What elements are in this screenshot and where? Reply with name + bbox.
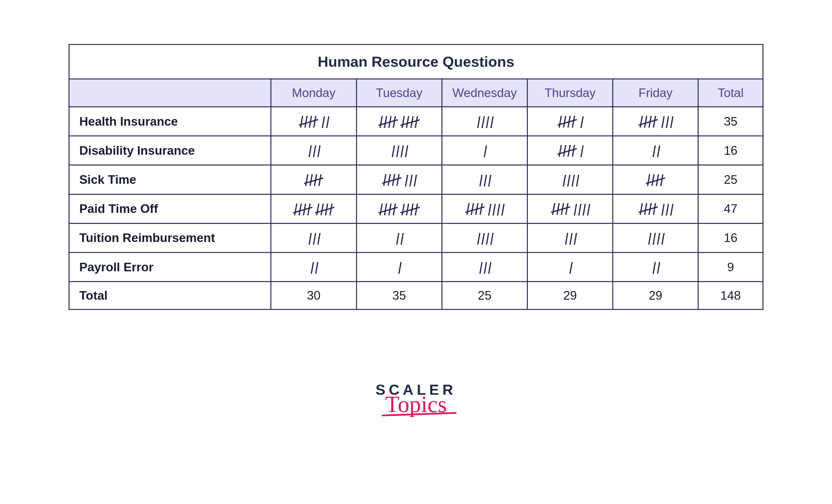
- header-blank: [69, 79, 271, 107]
- row-total: 47: [698, 194, 763, 223]
- tally-cell: [613, 223, 698, 252]
- row-total: 16: [698, 136, 763, 165]
- table-row: Health Insurance35: [69, 107, 763, 136]
- table-row: Paid Time Off47: [69, 194, 763, 223]
- table-title: Human Resource Questions: [69, 45, 763, 79]
- row-label: Health Insurance: [69, 107, 271, 136]
- tally-cell: [527, 165, 613, 194]
- totals-thursday: 29: [527, 282, 613, 309]
- row-label: Payroll Error: [69, 252, 271, 282]
- title-row: Human Resource Questions: [69, 45, 763, 79]
- tally-table: Human Resource Questions Monday Tuesday …: [69, 44, 763, 310]
- table-row: Payroll Error9: [69, 252, 763, 282]
- header-tuesday: Tuesday: [357, 79, 442, 107]
- totals-tuesday: 35: [357, 282, 442, 309]
- tally-cell: [442, 252, 527, 282]
- totals-row: Total 30 35 25 29 29 148: [69, 282, 763, 309]
- tally-cell: [357, 252, 442, 282]
- totals-friday: 29: [613, 282, 698, 309]
- tally-cell: [527, 223, 613, 252]
- row-total: 9: [698, 252, 763, 282]
- row-label: Paid Time Off: [69, 194, 271, 223]
- header-wednesday: Wednesday: [442, 79, 527, 107]
- tally-cell: [271, 252, 356, 282]
- table-row: Sick Time25: [69, 165, 763, 194]
- header-monday: Monday: [271, 79, 356, 107]
- tally-cell: [357, 223, 442, 252]
- tally-cell: [271, 107, 356, 136]
- totals-label: Total: [69, 282, 271, 309]
- table-row: Disability Insurance16: [69, 136, 763, 165]
- tally-cell: [527, 107, 613, 136]
- tally-cell: [271, 223, 356, 252]
- tally-cell: [613, 252, 698, 282]
- tally-cell: [271, 194, 356, 223]
- tally-cell: [613, 107, 698, 136]
- tally-cell: [527, 252, 613, 282]
- row-total: 25: [698, 165, 763, 194]
- row-label: Sick Time: [69, 165, 271, 194]
- tally-cell: [442, 165, 527, 194]
- header-total: Total: [698, 79, 763, 107]
- row-label: Disability Insurance: [69, 136, 271, 165]
- tally-cell: [613, 194, 698, 223]
- row-total: 35: [698, 107, 763, 136]
- tally-cell: [357, 165, 442, 194]
- tally-cell: [357, 194, 442, 223]
- tally-cell: [271, 136, 356, 165]
- tally-cell: [527, 194, 613, 223]
- totals-monday: 30: [271, 282, 356, 309]
- row-label: Tuition Reimbursement: [69, 223, 271, 252]
- tally-cell: [442, 136, 527, 165]
- tally-cell: [527, 136, 613, 165]
- tally-cell: [442, 223, 527, 252]
- tally-cell: [613, 136, 698, 165]
- row-total: 16: [698, 223, 763, 252]
- tally-cell: [442, 107, 527, 136]
- totals-wednesday: 25: [442, 282, 527, 309]
- header-row: Monday Tuesday Wednesday Thursday Friday…: [69, 79, 763, 107]
- header-friday: Friday: [613, 79, 698, 107]
- scaler-topics-logo: SCALER Topics: [375, 381, 457, 416]
- tally-cell: [357, 107, 442, 136]
- logo-line2: Topics: [375, 393, 457, 416]
- table-row: Tuition Reimbursement16: [69, 223, 763, 252]
- tally-cell: [613, 165, 698, 194]
- tally-cell: [271, 165, 356, 194]
- tally-cell: [442, 194, 527, 223]
- tally-cell: [357, 136, 442, 165]
- totals-grand: 148: [698, 282, 763, 309]
- header-thursday: Thursday: [527, 79, 613, 107]
